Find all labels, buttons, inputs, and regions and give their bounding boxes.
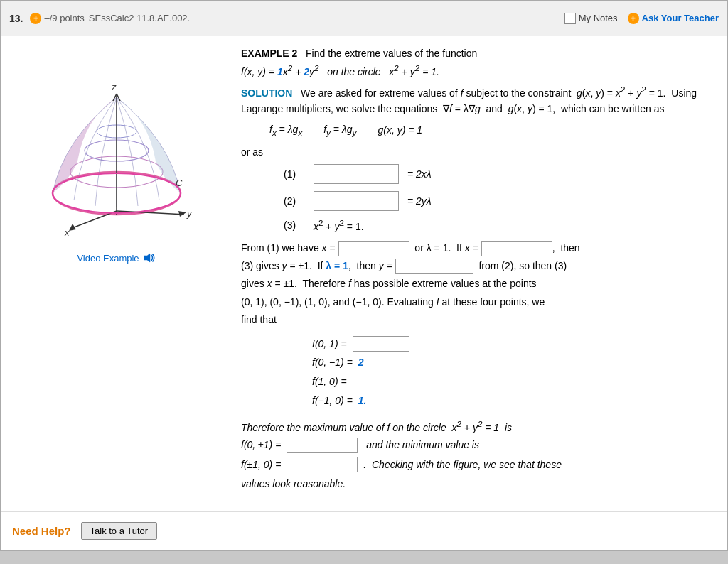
equation-1-input[interactable] <box>314 164 399 184</box>
svg-text:x: x <box>64 227 70 238</box>
f10-input[interactable] <box>353 374 410 389</box>
eq-num-1: (1) <box>284 168 305 180</box>
eq-fy: fy = λgy <box>323 124 356 137</box>
and-min-text: and the minimum value is <box>363 437 479 454</box>
solution-section: SOLUTION We are asked for extreme values… <box>241 83 716 116</box>
question-number: 13. <box>9 13 23 24</box>
notes-label: My Notes <box>579 13 618 23</box>
min-input[interactable] <box>287 457 358 472</box>
ask-teacher-button[interactable]: + Ask Your Teacher <box>628 13 719 24</box>
f-val-3: f(1, 0) = <box>312 372 716 391</box>
max-input[interactable] <box>287 438 358 453</box>
svg-marker-16 <box>144 254 150 262</box>
page-wrapper: 13. + –/9 points SEssCalc2 11.8.AE.002. … <box>0 0 728 551</box>
f-val-1: f(0, 1) = <box>312 335 716 354</box>
numbered-equations: (1) = 2xλ (2) = 2yλ (3) x2 + y2 = 1. <box>284 164 716 232</box>
max-label: f(0, ±1) = <box>241 437 281 454</box>
f01-input[interactable] <box>353 336 410 352</box>
from3-input[interactable] <box>395 259 473 274</box>
f-values: f(0, 1) = f(0, −1) = 2 f(1, 0) = f(−1, 0… <box>312 335 716 410</box>
f-val-4: f(−1, 0) = 1. <box>312 391 716 411</box>
therefore-section: Therefore the maximum value of f on the … <box>241 417 716 493</box>
left-panel: z x y C Video Example <box>6 48 227 493</box>
max-row: f(0, ±1) = and the minimum value is <box>241 437 716 454</box>
f0m1-value: 2 <box>358 353 364 372</box>
eq-num-3: (3) <box>284 219 305 231</box>
f01-label: f(0, 1) = <box>312 335 347 354</box>
top-bar-right: My Notes + Ask Your Teacher <box>564 13 719 24</box>
values-text: values look reasonable. <box>241 476 716 493</box>
eq-gxy: g(x, y) = 1 <box>378 124 422 136</box>
ask-teacher-label: Ask Your Teacher <box>642 13 719 23</box>
equation-1-row: (1) = 2xλ <box>284 164 716 184</box>
function-line: f(x, y) = 1x2 + 2y2 on the circle x2 + y… <box>241 63 716 77</box>
eq-num-2: (2) <box>284 195 305 207</box>
from-paragraph: From (1) we have x = or λ = 1. If x = , … <box>241 239 716 329</box>
need-help-label: Need Help? <box>12 525 71 537</box>
from1-input[interactable] <box>338 241 410 256</box>
equation-2-input[interactable] <box>314 191 399 211</box>
min-label: f(±1, 0) = <box>241 457 281 474</box>
ask-plus-icon: + <box>628 13 639 24</box>
svg-marker-10 <box>178 211 186 217</box>
eq1-rhs: = 2xλ <box>407 168 432 180</box>
example-bold: EXAMPLE 2 <box>241 48 297 59</box>
notes-button[interactable]: My Notes <box>564 13 618 24</box>
talk-to-tutor-button[interactable]: Talk to a Tutor <box>81 522 158 540</box>
graph-container: z x y C <box>14 48 220 246</box>
svg-text:z: z <box>111 82 117 92</box>
equations-row: fx = λgx fy = λgy g(x, y) = 1 <box>269 124 716 137</box>
main-content: z x y C Video Example <box>1 36 727 504</box>
eq3-text: x2 + y2 = 1. <box>314 218 364 232</box>
notes-icon <box>564 13 576 24</box>
equation-3-row: (3) x2 + y2 = 1. <box>284 218 716 232</box>
plus-icon: + <box>30 13 41 24</box>
need-help-bar: Need Help? Talk to a Tutor <box>1 511 727 550</box>
eq-fx: fx = λgx <box>269 124 302 137</box>
points-badge: + –/9 points <box>30 13 84 24</box>
course-code: SEssCalc2 11.8.AE.002. <box>89 13 190 23</box>
checking-text: . Checking with the figure, we see that … <box>363 457 562 474</box>
min-row: f(±1, 0) = . Checking with the figure, w… <box>241 457 716 474</box>
top-bar: 13. + –/9 points SEssCalc2 11.8.AE.002. … <box>1 1 727 36</box>
video-example-label: Video Example <box>77 253 139 264</box>
fm10-value: 1. <box>358 391 367 411</box>
svg-text:y: y <box>186 208 193 219</box>
equation-2-row: (2) = 2yλ <box>284 191 716 211</box>
f0m1-label: f(0, −1) = <box>312 353 353 372</box>
paraboloid-graph: z x y C <box>21 55 213 239</box>
from2-input[interactable] <box>481 241 552 256</box>
solution-label: SOLUTION <box>241 87 292 98</box>
therefore-text: Therefore the maximum value of f on the … <box>241 417 716 436</box>
speaker-icon <box>142 252 156 264</box>
f10-label: f(1, 0) = <box>312 372 347 391</box>
fm10-label: f(−1, 0) = <box>312 391 353 411</box>
right-panel: EXAMPLE 2 Find the extreme values of the… <box>234 48 716 493</box>
points-text: –/9 points <box>44 13 84 23</box>
or-as: or as <box>241 144 716 160</box>
video-example-link[interactable]: Video Example <box>77 252 156 264</box>
example-title: EXAMPLE 2 Find the extreme values of the… <box>241 48 716 59</box>
eq2-rhs: = 2yλ <box>407 195 432 207</box>
f-val-2: f(0, −1) = 2 <box>312 353 716 372</box>
